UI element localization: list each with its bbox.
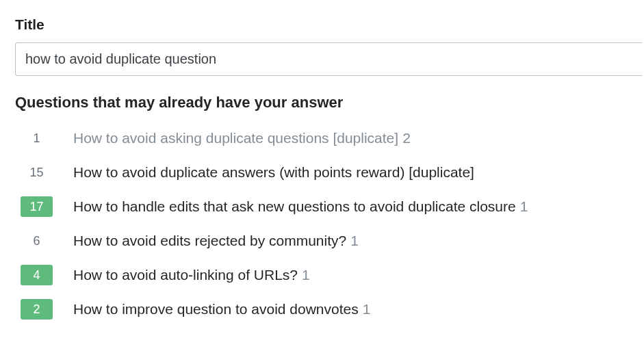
score-badge: 4: [21, 265, 53, 285]
score-badge: 15: [21, 162, 53, 183]
suggestions-header: Questions that may already have your ans…: [15, 94, 644, 112]
suggestion-title[interactable]: How to handle edits that ask new questio…: [73, 197, 516, 216]
suggestion-row[interactable]: 4How to avoid auto-linking of URLs?1: [21, 265, 644, 285]
score-badge: 2: [21, 299, 53, 320]
suggestion-row[interactable]: 6How to avoid edits rejected by communit…: [21, 231, 644, 251]
suggestion-row[interactable]: 2How to improve question to avoid downvo…: [21, 299, 644, 320]
suggestion-row[interactable]: 15How to avoid duplicate answers (with p…: [21, 162, 644, 183]
answer-count: 1: [520, 198, 528, 215]
suggestions-list: 1How to avoid asking duplicate questions…: [15, 128, 644, 320]
score-badge: 1: [21, 128, 53, 148]
suggestion-title[interactable]: How to improve question to avoid downvot…: [73, 300, 359, 318]
answer-count: 1: [350, 233, 359, 249]
suggestion-title[interactable]: How to avoid duplicate answers (with poi…: [73, 163, 474, 181]
suggestion-title[interactable]: How to avoid edits rejected by community…: [73, 231, 346, 250]
suggestion-title[interactable]: How to avoid auto-linking of URLs?: [73, 265, 298, 284]
score-badge: 6: [21, 231, 53, 251]
suggestion-title[interactable]: How to avoid asking duplicate questions …: [73, 129, 398, 147]
answer-count: 1: [302, 267, 310, 283]
score-badge: 17: [21, 196, 53, 217]
suggestion-row[interactable]: 1How to avoid asking duplicate questions…: [21, 128, 644, 148]
answer-count: 1: [363, 301, 371, 317]
title-input[interactable]: [15, 42, 642, 76]
answer-count: 2: [402, 130, 411, 146]
suggestion-row[interactable]: 17How to handle edits that ask new quest…: [21, 196, 644, 217]
title-label: Title: [15, 16, 644, 33]
